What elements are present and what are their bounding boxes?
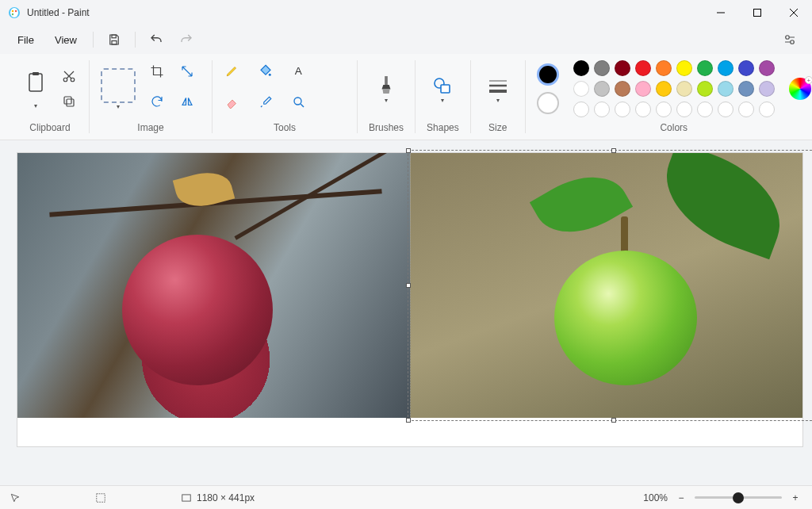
canvas-area[interactable]	[0, 140, 812, 485]
svg-point-4	[12, 13, 13, 15]
color-swatch[interactable]	[594, 60, 610, 76]
size-button[interactable]: ▾	[482, 75, 514, 104]
crop-button[interactable]	[148, 63, 166, 80]
fill-tool[interactable]	[257, 62, 274, 79]
svg-point-12	[791, 40, 795, 44]
ribbon-label-brushes: Brushes	[369, 117, 404, 133]
chevron-down-icon[interactable]: ▾	[34, 102, 37, 109]
svg-rect-28	[182, 494, 191, 500]
svg-rect-13	[29, 74, 42, 91]
chevron-down-icon: ▾	[496, 97, 500, 104]
pencil-tool[interactable]	[224, 62, 241, 79]
ribbon-group-tools: A Tools	[212, 60, 357, 133]
selection-size	[95, 492, 167, 503]
color-swatch-empty[interactable]	[718, 101, 733, 117]
resize-button[interactable]	[178, 63, 196, 80]
menu-file[interactable]: File	[8, 31, 44, 49]
select-tool[interactable]	[101, 68, 136, 103]
redo-button[interactable]	[172, 27, 201, 52]
color-swatch[interactable]	[615, 60, 630, 76]
zoom-out-button[interactable]: −	[674, 492, 688, 503]
ribbon: ▾ Clipboard ▾	[0, 54, 812, 140]
color-2[interactable]	[537, 92, 559, 114]
color-picker-tool[interactable]	[257, 94, 274, 111]
save-button[interactable]	[100, 27, 128, 52]
color-swatch[interactable]	[718, 81, 733, 97]
status-bar: 1180 × 441px 100% − +	[0, 485, 812, 509]
color-swatch[interactable]	[738, 81, 754, 97]
color-swatch[interactable]	[594, 81, 610, 97]
color-swatch-empty[interactable]	[738, 101, 754, 117]
edit-colors-button[interactable]: +	[789, 78, 811, 100]
color-swatch[interactable]	[656, 60, 672, 76]
color-swatch[interactable]	[718, 60, 733, 76]
close-button[interactable]	[776, 0, 812, 25]
svg-point-3	[15, 10, 17, 12]
plus-icon: +	[805, 76, 812, 84]
ribbon-label-colors: Colors	[660, 117, 688, 133]
color-swatch-empty[interactable]	[676, 101, 692, 117]
zoom-slider[interactable]	[695, 496, 782, 499]
ribbon-label-shapes: Shapes	[427, 117, 459, 133]
color-swatch-empty[interactable]	[759, 101, 775, 117]
color-swatch-empty[interactable]	[594, 101, 610, 117]
color-swatch[interactable]	[759, 60, 775, 76]
svg-rect-10	[112, 41, 117, 45]
color-swatch[interactable]	[676, 81, 692, 97]
flip-button[interactable]	[178, 93, 196, 110]
color-swatch[interactable]	[656, 81, 672, 97]
chevron-down-icon[interactable]: ▾	[117, 103, 120, 110]
paint-app-icon	[8, 6, 21, 19]
svg-rect-9	[112, 35, 116, 38]
resize-handle[interactable]	[611, 418, 616, 423]
color-swatch[interactable]	[676, 60, 692, 76]
color-1[interactable]	[537, 63, 559, 86]
shapes-button[interactable]: ▾	[427, 75, 458, 104]
color-swatch[interactable]	[573, 60, 589, 76]
ribbon-group-size: ▾ Size	[470, 60, 525, 133]
paste-button[interactable]	[22, 69, 49, 96]
color-palette	[573, 60, 775, 117]
color-swatch[interactable]	[635, 81, 651, 97]
ribbon-group-image: ▾ Image	[89, 60, 212, 133]
rotate-button[interactable]	[148, 93, 166, 110]
zoom-in-button[interactable]: +	[788, 492, 802, 503]
cut-button[interactable]	[60, 67, 78, 85]
text-tool[interactable]: A	[290, 62, 308, 79]
svg-point-11	[786, 36, 790, 40]
eraser-tool[interactable]	[224, 94, 241, 111]
copy-button[interactable]	[60, 93, 78, 110]
canvas[interactable]	[17, 153, 802, 446]
svg-point-1	[10, 8, 18, 17]
color-swatch[interactable]	[697, 81, 713, 97]
ribbon-group-brushes: ▾ Brushes	[357, 60, 415, 133]
svg-rect-14	[33, 72, 39, 75]
menu-view[interactable]: View	[45, 31, 86, 49]
settings-button[interactable]	[776, 27, 804, 52]
resize-handle[interactable]	[406, 418, 411, 423]
color-swatch[interactable]	[615, 81, 630, 97]
svg-rect-23	[441, 85, 450, 93]
color-swatch-empty[interactable]	[697, 101, 713, 117]
zoom-control: 100% − +	[643, 492, 802, 503]
color-swatch[interactable]	[573, 81, 589, 97]
menu-bar: File View	[0, 25, 812, 54]
color-swatch-empty[interactable]	[615, 101, 630, 117]
color-swatch[interactable]	[697, 60, 713, 76]
color-swatch-empty[interactable]	[635, 101, 651, 117]
svg-rect-6	[754, 10, 761, 17]
maximize-button[interactable]	[739, 0, 776, 25]
brushes-button[interactable]: ▾	[370, 75, 402, 104]
color-swatch[interactable]	[738, 60, 754, 76]
ribbon-group-shapes: ▾ Shapes	[415, 60, 470, 133]
ribbon-label-tools: Tools	[274, 117, 296, 133]
magnifier-tool[interactable]	[290, 94, 308, 111]
color-swatch-empty[interactable]	[573, 101, 589, 117]
undo-button[interactable]	[142, 27, 170, 52]
svg-rect-17	[67, 99, 74, 106]
color-swatch[interactable]	[635, 60, 651, 76]
color-swatch[interactable]	[759, 81, 775, 97]
color-swatch-empty[interactable]	[656, 101, 672, 117]
chevron-down-icon: ▾	[385, 97, 388, 104]
minimize-button[interactable]	[703, 0, 739, 25]
